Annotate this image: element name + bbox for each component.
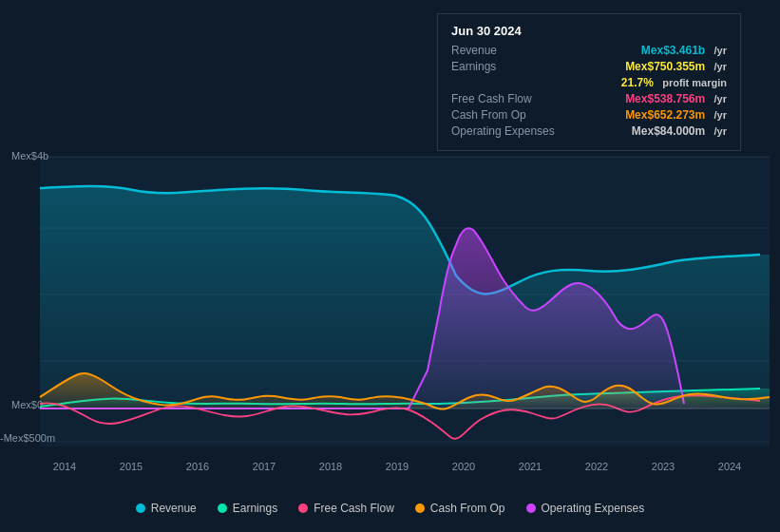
- x-label-2021: 2021: [519, 461, 542, 472]
- legend-item-fcf[interactable]: Free Cash Flow: [298, 502, 394, 515]
- tooltip-row-revenue: Revenue Mex$3.461b /yr: [451, 44, 727, 57]
- tooltip-row-profit-margin: 21.7% profit margin: [451, 76, 727, 89]
- tooltip-label-revenue: Revenue: [451, 44, 565, 57]
- legend-item-cashop[interactable]: Cash From Op: [415, 502, 505, 515]
- x-label-2018: 2018: [319, 461, 342, 472]
- tooltip-value-profit-margin: 21.7% profit margin: [621, 76, 727, 89]
- tooltip-date: Jun 30 2024: [451, 24, 727, 38]
- tooltip-label-earnings: Earnings: [451, 60, 565, 73]
- x-label-2022: 2022: [585, 461, 608, 472]
- tooltip-value-revenue: Mex$3.461b /yr: [641, 44, 727, 57]
- tooltip-row-earnings: Earnings Mex$750.355m /yr: [451, 60, 727, 73]
- tooltip-row-fcf: Free Cash Flow Mex$538.756m /yr: [451, 92, 727, 105]
- legend-label-fcf: Free Cash Flow: [314, 502, 394, 515]
- legend-item-earnings[interactable]: Earnings: [218, 502, 277, 515]
- tooltip-value-fcf: Mex$538.756m /yr: [625, 92, 727, 105]
- x-label-2020: 2020: [452, 461, 475, 472]
- x-label-2019: 2019: [386, 461, 409, 472]
- tooltip-label-cashop: Cash From Op: [451, 108, 565, 122]
- chart-legend: Revenue Earnings Free Cash Flow Cash Fro…: [0, 502, 780, 515]
- legend-dot-revenue: [136, 504, 145, 513]
- x-label-2015: 2015: [120, 461, 143, 472]
- x-label-2014: 2014: [53, 461, 76, 472]
- tooltip-value-earnings: Mex$750.355m /yr: [625, 60, 727, 73]
- legend-dot-fcf: [298, 504, 308, 513]
- tooltip-label-fcf: Free Cash Flow: [451, 92, 565, 105]
- y-axis-neg-label: -Mex$500m: [0, 432, 55, 444]
- legend-label-opex: Operating Expenses: [542, 502, 645, 515]
- y-axis-top-label: Mex$4b: [11, 150, 48, 162]
- legend-dot-earnings: [218, 504, 227, 513]
- legend-item-opex[interactable]: Operating Expenses: [526, 502, 645, 515]
- legend-dot-opex: [526, 504, 536, 513]
- legend-label-cashop: Cash From Op: [430, 502, 505, 515]
- x-label-2017: 2017: [253, 461, 276, 472]
- y-axis-mid-label: Mex$0: [11, 399, 43, 410]
- legend-label-revenue: Revenue: [151, 502, 197, 515]
- x-label-2016: 2016: [186, 461, 209, 472]
- x-label-2023: 2023: [652, 461, 675, 472]
- tooltip-label-opex: Operating Expenses: [451, 124, 565, 138]
- legend-item-revenue[interactable]: Revenue: [136, 502, 197, 515]
- tooltip-value-cashop: Mex$652.273m /yr: [625, 108, 727, 122]
- x-label-2024: 2024: [718, 461, 741, 472]
- tooltip-card: Jun 30 2024 Revenue Mex$3.461b /yr Earni…: [437, 13, 741, 151]
- legend-dot-cashop: [415, 504, 425, 513]
- tooltip-row-opex: Operating Expenses Mex$84.000m /yr: [451, 124, 727, 138]
- tooltip-row-cashop: Cash From Op Mex$652.273m /yr: [451, 108, 727, 122]
- legend-label-earnings: Earnings: [233, 502, 277, 515]
- tooltip-value-opex: Mex$84.000m /yr: [632, 124, 727, 138]
- chart-container: Mex$4b Mex$0 -Mex$500m 2014 2015 2016 20…: [0, 0, 780, 532]
